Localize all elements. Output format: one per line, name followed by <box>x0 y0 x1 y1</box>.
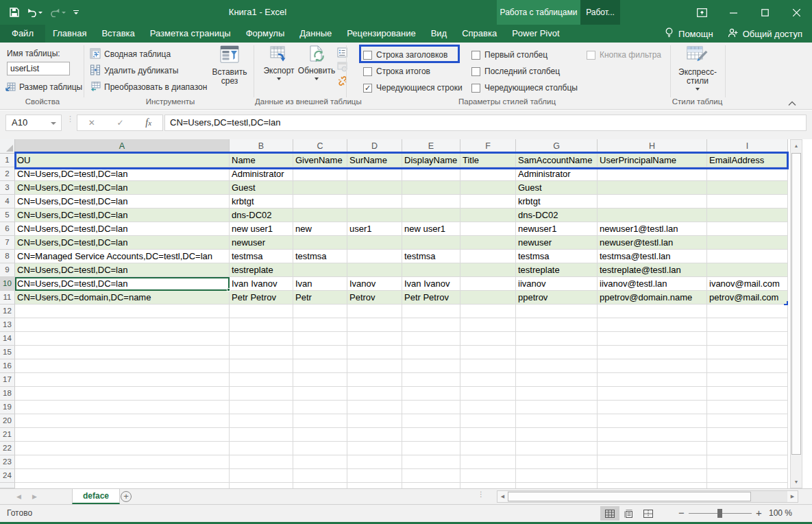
cell-F7[interactable] <box>460 236 516 250</box>
cell-G24[interactable] <box>516 469 598 483</box>
cell-I11[interactable]: petrov@mail.com <box>707 291 788 305</box>
row-header-16[interactable]: 16 <box>0 359 15 373</box>
cell-A1[interactable]: OU <box>15 154 230 167</box>
quick-styles-dropdown[interactable] <box>696 88 700 91</box>
cell-H11[interactable]: ppetrov@domain.name <box>598 291 707 305</box>
close-icon[interactable] <box>780 0 812 25</box>
cell-A8[interactable]: CN=Managed Service Accounts,DC=testl,DC=… <box>15 250 230 263</box>
cell-I2[interactable] <box>707 167 788 181</box>
cell-F14[interactable] <box>460 332 516 346</box>
cell-G18[interactable] <box>516 387 598 401</box>
customize-qat-icon[interactable] <box>73 10 79 14</box>
cell-I24[interactable] <box>707 469 788 483</box>
row-header-11[interactable]: 11 <box>0 291 15 305</box>
cell-A16[interactable] <box>15 359 230 373</box>
cell-G21[interactable] <box>516 428 598 442</box>
row-header-18[interactable]: 18 <box>0 387 15 401</box>
cell-H9[interactable]: testreplate@testl.lan <box>598 263 707 277</box>
cell-I22[interactable] <box>707 442 788 455</box>
collapse-ribbon-icon[interactable] <box>788 99 799 107</box>
cell-G19[interactable] <box>516 401 598 414</box>
column-header-C[interactable]: C <box>293 139 347 154</box>
cell-I6[interactable] <box>707 222 788 236</box>
scroll-down-icon[interactable]: ▼ <box>791 476 802 488</box>
cell-H18[interactable] <box>598 387 707 401</box>
cell-C23[interactable] <box>293 455 347 469</box>
sheet-tab-deface[interactable]: deface <box>72 489 120 504</box>
row-header-14[interactable]: 14 <box>0 332 15 346</box>
page-layout-view-icon[interactable] <box>619 506 639 521</box>
cell-E24[interactable] <box>402 469 460 483</box>
cell-A24[interactable] <box>15 469 230 483</box>
cell-D20[interactable] <box>347 414 402 428</box>
column-header-A[interactable]: A <box>15 139 230 154</box>
cell-H8[interactable]: testmsa@testl.lan <box>598 250 707 263</box>
column-header-I[interactable]: I <box>707 139 788 154</box>
cell-D10[interactable]: Ivanov <box>347 277 402 291</box>
cell-G25[interactable] <box>516 483 598 488</box>
cell-B9[interactable]: testreplate <box>230 263 293 277</box>
cell-E1[interactable]: DisplayName <box>402 154 460 167</box>
cell-E19[interactable] <box>402 401 460 414</box>
add-sheet-icon[interactable]: + <box>121 491 132 502</box>
cell-C9[interactable] <box>293 263 347 277</box>
cell-B18[interactable] <box>230 387 293 401</box>
cell-I8[interactable] <box>707 250 788 263</box>
horizontal-scrollbar[interactable]: ◀ ▶ <box>497 490 798 503</box>
unchecked-checkbox-icon[interactable] <box>471 67 480 76</box>
unchecked-checkbox-icon[interactable] <box>363 67 372 76</box>
row-header-17[interactable]: 17 <box>0 373 15 387</box>
row-header-5[interactable]: 5 <box>0 209 15 222</box>
cell-G2[interactable]: Administrator <box>516 167 598 181</box>
cell-G3[interactable]: Guest <box>516 181 598 195</box>
zoom-out-icon[interactable]: − <box>678 505 685 521</box>
column-header-D[interactable]: D <box>347 139 402 154</box>
cell-B11[interactable]: Petr Petrov <box>230 291 293 305</box>
cell-I21[interactable] <box>707 428 788 442</box>
ribbon-tab-файл[interactable]: Файл <box>0 25 45 43</box>
row-header-20[interactable]: 20 <box>0 414 15 428</box>
cell-B20[interactable] <box>230 414 293 428</box>
cell-B4[interactable]: krbtgt <box>230 195 293 209</box>
cell-H19[interactable] <box>598 401 707 414</box>
cell-D19[interactable] <box>347 401 402 414</box>
cell-C15[interactable] <box>293 346 347 359</box>
column-header-E[interactable]: E <box>402 139 460 154</box>
cell-E5[interactable] <box>402 209 460 222</box>
cell-F16[interactable] <box>460 359 516 373</box>
cell-B8[interactable]: testmsa <box>230 250 293 263</box>
cell-H2[interactable] <box>598 167 707 181</box>
cell-F4[interactable] <box>460 195 516 209</box>
cell-E15[interactable] <box>402 346 460 359</box>
cell-C8[interactable]: testmsa <box>293 250 347 263</box>
row-header-21[interactable]: 21 <box>0 428 15 442</box>
cell-H13[interactable] <box>598 318 707 332</box>
cell-H15[interactable] <box>598 346 707 359</box>
cell-G8[interactable]: testmsa <box>516 250 598 263</box>
cell-I17[interactable] <box>707 373 788 387</box>
cell-F19[interactable] <box>460 401 516 414</box>
formula-input[interactable]: CN=Users,DC=testl,DC=lan <box>164 115 807 131</box>
cell-A15[interactable] <box>15 346 230 359</box>
cell-A2[interactable]: CN=Users,DC=testl,DC=lan <box>15 167 230 181</box>
cell-G15[interactable] <box>516 346 598 359</box>
cell-C4[interactable] <box>293 195 347 209</box>
cell-D22[interactable] <box>347 442 402 455</box>
cell-E22[interactable] <box>402 442 460 455</box>
cell-I14[interactable] <box>707 332 788 346</box>
cell-F17[interactable] <box>460 373 516 387</box>
cell-B1[interactable]: Name <box>230 154 293 167</box>
cell-G12[interactable] <box>516 305 598 318</box>
cell-D24[interactable] <box>347 469 402 483</box>
cell-B23[interactable] <box>230 455 293 469</box>
cell-H1[interactable]: UserPrincipalName <box>598 154 707 167</box>
cell-C12[interactable] <box>293 305 347 318</box>
cell-D18[interactable] <box>347 387 402 401</box>
cell-H7[interactable]: newuser@testl.lan <box>598 236 707 250</box>
cell-E13[interactable] <box>402 318 460 332</box>
row-header-13[interactable]: 13 <box>0 318 15 332</box>
cell-A12[interactable] <box>15 305 230 318</box>
cell-F6[interactable] <box>460 222 516 236</box>
cell-F21[interactable] <box>460 428 516 442</box>
cell-G11[interactable]: ppetrov <box>516 291 598 305</box>
